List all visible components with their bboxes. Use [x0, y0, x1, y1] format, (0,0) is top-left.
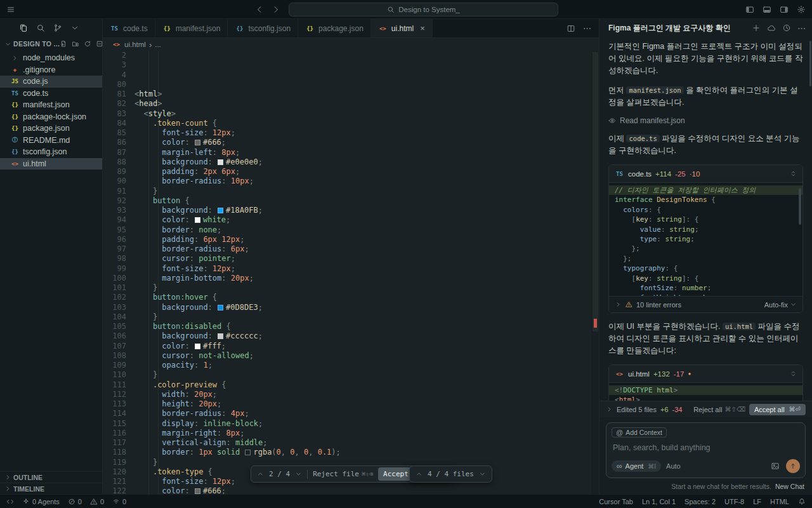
line-number: 92 [103, 196, 126, 206]
line-number: 90 [103, 177, 126, 186]
code-block-line: fontSize: number; [615, 283, 802, 293]
auto-fix-button[interactable]: Auto-fix [764, 301, 797, 309]
code-line: color: #666; [134, 486, 599, 494]
next-diff-icon[interactable] [295, 471, 302, 478]
color-swatch [195, 217, 200, 223]
explorer-icon[interactable] [19, 23, 28, 32]
back-icon[interactable] [255, 5, 264, 14]
tab-tsconfig.json[interactable]: {}tsconfig.json [228, 19, 298, 37]
tab-package.json[interactable]: {}package.json [298, 19, 371, 37]
workspace-title[interactable]: DESIGN TO ... [4, 40, 60, 48]
line-number: 110 [103, 370, 126, 380]
file-item-package-lock.json[interactable]: {}package-lock.json [0, 111, 102, 123]
chevron-right-icon[interactable] [615, 301, 622, 308]
code-block-header[interactable]: <>ui.html+132-17● [609, 365, 802, 383]
new-folder-icon[interactable] [72, 40, 79, 48]
editor-scrollbar-thumb[interactable] [593, 52, 598, 331]
tab-code.ts[interactable]: TScode.ts [103, 19, 155, 37]
titlebar-search[interactable]: Design to System_ [289, 3, 558, 17]
toggle-panel-left-icon[interactable] [745, 5, 754, 14]
attach-image-icon[interactable] [771, 462, 780, 471]
status-encoding[interactable]: UTF-8 [724, 498, 744, 505]
code-block-header[interactable]: TScode.ts+114-25·10 [609, 165, 802, 183]
code-editor[interactable]: 2348081828384858687888990919293949596979… [103, 51, 599, 494]
status-language-mode[interactable]: HTML [770, 498, 789, 505]
chat-more-icon[interactable]: ⋯ [797, 24, 806, 32]
scrollbar-thumb[interactable] [799, 188, 801, 225]
cloud-sync-icon[interactable] [767, 23, 776, 32]
line-number: 4 [103, 70, 126, 80]
file-item-tsconfig.json[interactable]: {}tsconfig.json [0, 146, 102, 158]
breadcrumb-file[interactable]: ui.html [124, 41, 146, 48]
line-number: 111 [103, 380, 126, 390]
status-warnings[interactable]: 0 [90, 498, 104, 505]
expand-icon[interactable] [790, 170, 797, 177]
toggle-panel-right-icon[interactable] [780, 5, 789, 14]
code-line: border-radius: 10px; [134, 177, 599, 186]
indent-guide [158, 51, 159, 494]
chat-input-placeholder[interactable]: Plan, search, build anything [613, 443, 799, 452]
chevron-right-icon[interactable] [606, 406, 613, 413]
reject-all-button[interactable]: Reject all ⌘⇧⌫ [693, 406, 745, 413]
line-number: 114 [103, 409, 126, 418]
dirty-dot-icon: ● [688, 371, 691, 377]
status-cursor-position[interactable]: Ln 1, Col 1 [642, 498, 676, 505]
breadcrumb-symbol[interactable]: ... [155, 41, 161, 48]
tab-ui.html[interactable]: <>ui.html× [371, 19, 433, 37]
model-selector[interactable]: Auto [666, 462, 681, 470]
next-file-icon[interactable] [479, 471, 486, 478]
prev-diff-icon[interactable] [257, 471, 264, 478]
code-block-line: }; [615, 254, 802, 264]
search-view-icon[interactable] [36, 23, 45, 32]
send-button[interactable] [786, 459, 800, 473]
split-editor-icon[interactable] [566, 24, 575, 33]
line-number: 99 [103, 264, 126, 274]
status-notifications[interactable] [798, 498, 806, 505]
more-actions-icon[interactable]: ⋯ [583, 24, 591, 32]
file-item-.gitignore[interactable]: ◆.gitignore [0, 64, 102, 76]
refresh-explorer-icon[interactable] [84, 40, 91, 48]
file-item-manifest.json[interactable]: {}manifest.json [0, 99, 102, 111]
status-remote[interactable] [6, 498, 14, 505]
chat-scrollbar-thumb[interactable] [809, 41, 811, 86]
forward-icon[interactable] [272, 5, 280, 14]
app-menu-icon[interactable] [6, 5, 15, 14]
activity-bar [0, 19, 102, 37]
new-chat-icon[interactable] [752, 23, 761, 32]
file-item-code.ts[interactable]: TScode.ts [0, 88, 102, 100]
sidebar-section-outline[interactable]: OUTLINE [0, 471, 102, 483]
add-context-button[interactable]: @ Add Context [612, 427, 667, 438]
status-agents[interactable]: 0 Agents [22, 498, 60, 505]
file-item-package.json[interactable]: {}package.json [0, 123, 102, 135]
issue-count: ·10 [690, 170, 700, 178]
agent-mode-selector[interactable]: ∞ Agent ⌘I [612, 460, 661, 472]
close-icon[interactable]: × [420, 24, 425, 32]
tab-manifest.json[interactable]: {}manifest.json [155, 19, 228, 37]
toggle-panel-bottom-icon[interactable] [763, 5, 771, 14]
settings-gear-icon[interactable] [797, 5, 806, 14]
file-item-README.md[interactable]: ⓘREADME.md [0, 135, 102, 147]
status-cursor-tab[interactable]: Cursor Tab [599, 498, 633, 505]
new-file-icon[interactable] [60, 40, 67, 48]
status-indentation[interactable]: Spaces: 2 [684, 498, 716, 505]
reject-file-button[interactable]: Reject file ⌘⇧⌫ [313, 469, 373, 479]
status-eol[interactable]: LF [753, 498, 761, 505]
color-swatch [218, 333, 223, 339]
tool-call-read-file[interactable]: Read manifest.json [608, 116, 803, 125]
chat-history-icon[interactable] [782, 23, 791, 32]
file-item-ui.html[interactable]: <>ui.html [0, 158, 102, 170]
new-chat-button[interactable]: New Chat [775, 483, 804, 490]
sidebar-section-timeline[interactable]: TIMELINE [0, 483, 102, 494]
expand-icon[interactable] [790, 370, 797, 377]
accept-all-button[interactable]: Accept all ⌘⏎ [749, 404, 806, 415]
file-item-code.js[interactable]: JScode.js [0, 76, 102, 88]
prev-file-icon[interactable] [416, 471, 422, 478]
source-control-icon[interactable] [53, 23, 62, 32]
status-errors[interactable]: 0 [68, 498, 82, 505]
line-number: 106 [103, 331, 126, 341]
chat-input-box[interactable]: @ Add Context Plan, search, build anythi… [606, 422, 806, 478]
more-views-chevron-icon[interactable] [70, 23, 79, 32]
code-line: font-size: 12px; [134, 128, 599, 138]
status-ports[interactable]: 0 [112, 498, 126, 505]
file-item-node_modules[interactable]: node_modules [0, 52, 102, 64]
